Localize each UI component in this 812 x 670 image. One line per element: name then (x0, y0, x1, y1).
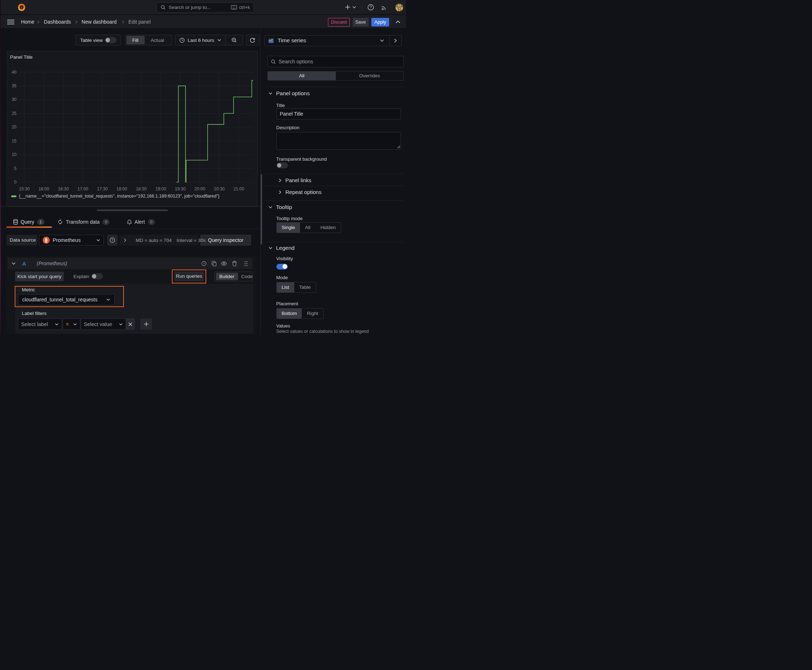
datasource-field-label: Data source (7, 235, 37, 246)
zoom-out-icon[interactable] (225, 37, 243, 43)
interval-text: Interval = 30s (176, 238, 205, 243)
breadcrumb-dashboards[interactable]: Dashboards (44, 15, 71, 29)
save-button[interactable]: Save (353, 18, 369, 27)
remove-filter-button[interactable] (126, 318, 135, 330)
datasource-help-button[interactable]: ? (107, 235, 117, 246)
nav-divider (362, 4, 362, 11)
panel-title-input[interactable]: Panel Title (276, 108, 401, 120)
legend-mode-list[interactable]: List (277, 283, 294, 293)
menu-hamburger-icon[interactable] (7, 20, 14, 24)
filter-overrides-tab[interactable]: Overrides (336, 71, 404, 80)
hide-response-eye-icon[interactable] (219, 261, 229, 266)
kick-start-query-button[interactable]: Kick start your query (15, 272, 64, 281)
apply-button[interactable]: Apply (371, 18, 389, 27)
active-tab-underline (7, 227, 52, 228)
help-icon[interactable]: ? (367, 4, 374, 11)
legend-placement-label: Placement (276, 301, 298, 306)
table-view-toggle[interactable] (105, 37, 116, 43)
grafana-logo-icon[interactable] (17, 3, 26, 12)
section-divider (264, 200, 404, 201)
legend-visibility-toggle[interactable] (276, 264, 288, 269)
add-chevron-down-icon[interactable] (352, 6, 356, 8)
refresh-button[interactable] (246, 35, 259, 46)
filter-all-tab[interactable]: All (268, 71, 336, 80)
options-divider (264, 86, 404, 87)
main-scrollbar[interactable] (261, 174, 262, 244)
annotation-run-queries (172, 269, 206, 283)
label-filter-value-select[interactable]: Select value (81, 318, 126, 330)
panel-title[interactable]: Panel Title (10, 54, 32, 60)
y-tick-label: 10 (12, 152, 17, 157)
tooltip-mode-hidden[interactable]: Hidden (315, 223, 341, 233)
builder-option[interactable]: Builder (216, 273, 238, 280)
global-search-input[interactable]: Search or jump to... ctrl+k (156, 2, 254, 12)
duplicate-query-icon[interactable] (210, 261, 219, 266)
legend-mode-table[interactable]: Table (294, 283, 316, 293)
fill-option[interactable]: Fill (126, 36, 145, 44)
datasource-picker[interactable]: Prometheus (39, 235, 104, 246)
repeat-options-section[interactable]: Repeat options (278, 189, 322, 195)
operator-chevron-down-icon (73, 323, 77, 326)
query-collapse-chevron-down-icon[interactable] (12, 262, 16, 265)
breadcrumb-new-dashboard[interactable]: New dashboard (81, 15, 117, 29)
breadcrumb-edit-panel: Edit panel (129, 15, 151, 29)
breadcrumb-home[interactable]: Home (21, 15, 34, 29)
transparent-background-toggle[interactable] (276, 162, 288, 168)
bell-icon (127, 219, 132, 225)
code-option[interactable]: Code (238, 273, 256, 280)
time-series-chart[interactable]: 051015202530354015:3016:0016:3017:0017:3… (7, 51, 258, 206)
query-help-icon[interactable]: ? (198, 261, 210, 266)
table-view-control: Table view (76, 35, 121, 46)
resize-handle-icon[interactable] (397, 146, 400, 149)
tab-alert[interactable]: Alert 0 (127, 215, 155, 229)
description-textarea[interactable] (276, 132, 401, 150)
top-nav: Search or jump to... ctrl+k ? (0, 0, 406, 15)
breadcrumb-separator-icon (122, 15, 125, 29)
label-filter-operator-select[interactable]: = (63, 318, 80, 330)
time-range-chevron-down-icon[interactable] (217, 39, 221, 42)
query-datasource-hint: (Prometheus) (37, 261, 67, 266)
actual-option[interactable]: Actual (145, 36, 170, 44)
discard-button[interactable]: Discard (328, 18, 350, 27)
tooltip-section-header[interactable]: Tooltip (268, 204, 292, 210)
visualization-picker[interactable]: Time series (264, 35, 402, 46)
legend-section-header[interactable]: Legend (268, 245, 295, 251)
x-tick-label: 21:00 (234, 186, 244, 191)
tooltip-mode-label: Tooltip mode (276, 216, 303, 221)
time-range-label[interactable]: Last 6 hours (188, 37, 214, 43)
news-rss-icon[interactable] (381, 4, 387, 11)
legend-series-name[interactable]: {__name__="cloudflared_tunnel_total_requ… (19, 194, 219, 199)
x-tick-label: 20:30 (214, 186, 224, 191)
user-avatar[interactable] (395, 3, 403, 12)
pane-splitter-handle[interactable] (97, 209, 168, 211)
search-icon (271, 59, 276, 64)
legend-placement-right[interactable]: Right (302, 308, 323, 318)
chevron-right-icon (278, 178, 281, 183)
label-filter-label-select[interactable]: Select label (18, 318, 62, 330)
query-ref-id[interactable]: A (22, 261, 26, 267)
panel-links-section[interactable]: Panel links (278, 177, 312, 183)
y-tick-label: 0 (14, 180, 17, 185)
add-button[interactable] (344, 4, 351, 10)
options-chevron-right-icon[interactable] (124, 238, 126, 242)
drag-grip-icon[interactable] (239, 261, 253, 266)
query-inspector-button[interactable]: Query inspector (200, 235, 251, 246)
table-view-label: Table view (80, 37, 103, 43)
options-search-input[interactable]: Search options (268, 56, 404, 67)
query-row-header[interactable]: A (Prometheus) ? (7, 258, 253, 269)
tab-transform-data[interactable]: Transform data 0 (57, 215, 110, 229)
delete-query-trash-icon[interactable] (229, 261, 239, 266)
explain-toggle[interactable] (91, 273, 103, 279)
legend-series-swatch[interactable] (11, 195, 17, 197)
add-filter-button[interactable] (140, 318, 152, 330)
datasource-chevron-down-icon (96, 239, 100, 242)
tooltip-mode-all[interactable]: All (300, 223, 315, 233)
collapse-chevron-up-icon[interactable] (395, 20, 401, 24)
legend-placement-bottom[interactable]: Bottom (277, 308, 302, 318)
tooltip-mode-single[interactable]: Single (277, 223, 300, 233)
chart-legend: {__name__="cloudflared_tunnel_total_requ… (11, 194, 219, 199)
y-tick-label: 5 (14, 166, 17, 171)
toggle-pane-chevron-right-icon[interactable] (390, 38, 401, 43)
panel-options-section-header[interactable]: Panel options (268, 90, 310, 96)
svg-text:?: ? (370, 5, 372, 9)
